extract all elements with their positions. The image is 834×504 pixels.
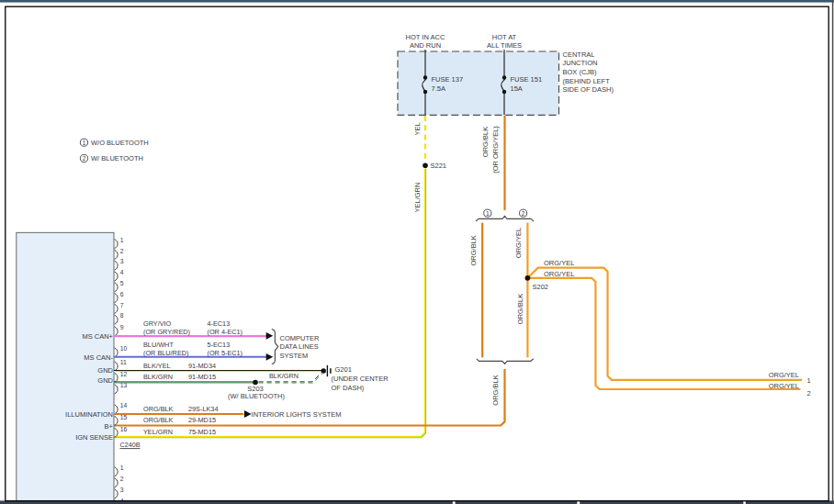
svg-text:ORG/BLK: ORG/BLK [143,405,174,413]
svg-text:W/O BLUETOOTH: W/O BLUETOOTH [91,139,149,147]
svg-text:BLK/GRN: BLK/GRN [143,373,173,381]
svg-text:GND: GND [97,366,113,375]
svg-text:S202: S202 [533,283,549,291]
svg-text:C240B: C240B [120,441,141,449]
svg-text:DATA LINES: DATA LINES [280,342,319,351]
svg-text:FUSE 151: FUSE 151 [511,75,543,84]
svg-text:ORG/BLK: ORG/BLK [516,294,524,324]
svg-text:YEL/GRN: YEL/GRN [413,183,422,213]
svg-text:YEL: YEL [413,122,422,135]
svg-text:1: 1 [120,237,124,243]
svg-text:ORG/BLK: ORG/BLK [481,127,490,157]
svg-text:COMPUTER: COMPUTER [280,334,321,342]
svg-text:SIDE OF DASH): SIDE OF DASH) [563,85,614,94]
svg-text:10: 10 [120,345,128,352]
svg-text:GND: GND [97,376,113,385]
svg-text:2: 2 [83,155,86,162]
svg-text:GRY/VIO: GRY/VIO [143,319,172,328]
svg-text:2: 2 [120,476,124,482]
svg-text:OF DASH): OF DASH) [332,384,365,392]
svg-text:91-MD15: 91-MD15 [188,373,216,381]
svg-text:BLU/WHT: BLU/WHT [143,341,174,349]
svg-text:W/ BLUETOOTH: W/ BLUETOOTH [91,154,143,162]
svg-text:(UNDER CENTER: (UNDER CENTER [332,375,389,383]
svg-text:6: 6 [120,291,124,297]
svg-text:1: 1 [486,210,490,217]
svg-text:7: 7 [120,302,124,308]
svg-text:IGN SENSE: IGN SENSE [75,433,113,442]
svg-text:ORG/BLK: ORG/BLK [469,235,478,265]
svg-text:ORG/BLK: ORG/BLK [491,375,500,405]
svg-text:14: 14 [120,402,128,409]
svg-text:ORG/BLK: ORG/BLK [143,416,174,424]
svg-text:8: 8 [120,312,124,319]
svg-text:5-EC13: 5-EC13 [208,341,231,349]
svg-text:CENTRAL: CENTRAL [563,50,595,59]
svg-text:ALL TIMES: ALL TIMES [487,41,522,50]
svg-text:7.5A: 7.5A [432,84,445,93]
svg-text:2: 2 [120,248,124,254]
svg-text:FUSE 137: FUSE 137 [432,75,464,84]
svg-text:75-MD15: 75-MD15 [188,428,216,436]
svg-text:9: 9 [120,324,124,330]
svg-text:(OR 4-EC1): (OR 4-EC1) [208,328,243,336]
svg-text:2: 2 [807,389,811,398]
svg-text:ORG/YEL: ORG/YEL [544,259,574,267]
svg-text:15A: 15A [511,84,523,93]
svg-text:YEL/GRN: YEL/GRN [143,428,173,436]
svg-text:MS CAN-: MS CAN- [84,353,113,362]
svg-text:1: 1 [120,465,124,471]
svg-text:BLK/YEL: BLK/YEL [143,362,171,370]
svg-text:91-MD34: 91-MD34 [188,362,216,370]
svg-text:BLK/GRN: BLK/GRN [269,372,299,380]
svg-text:JUNCTION: JUNCTION [563,59,598,67]
svg-text:AND RUN: AND RUN [410,41,441,50]
svg-text:3: 3 [120,487,124,493]
svg-text:HOT AT: HOT AT [492,33,517,41]
svg-text:ORG/YEL: ORG/YEL [769,382,799,390]
svg-text:INTERIOR LIGHTS SYSTEM: INTERIOR LIGHTS SYSTEM [252,410,342,419]
svg-text:4-EC13: 4-EC13 [208,319,231,328]
svg-text:(OR ORG/YEL): (OR ORG/YEL) [491,126,500,174]
svg-text:MS CAN+: MS CAN+ [82,332,113,341]
svg-text:HOT IN ACC: HOT IN ACC [406,33,445,41]
svg-text:BOX (CJB): BOX (CJB) [563,68,598,76]
svg-text:ILLUMINATION: ILLUMINATION [65,410,113,419]
svg-text:29-MD15: 29-MD15 [188,416,216,424]
svg-text:29S-LK34: 29S-LK34 [188,405,218,413]
svg-text:ORG/YEL: ORG/YEL [544,270,574,278]
svg-text:1: 1 [83,140,86,146]
svg-text:ORG/YEL: ORG/YEL [769,371,799,379]
svg-text:(OR BLU/RED): (OR BLU/RED) [143,349,188,357]
svg-text:SYSTEM: SYSTEM [280,352,309,360]
svg-text:ORG/YEL: ORG/YEL [514,228,523,258]
svg-text:11: 11 [120,359,127,365]
svg-text:S221: S221 [431,162,447,170]
svg-text:(BEHIND LEFT: (BEHIND LEFT [563,77,611,85]
svg-text:16: 16 [120,426,128,432]
svg-text:G201: G201 [335,365,352,374]
svg-text:4: 4 [120,269,124,275]
svg-text:2: 2 [522,210,525,217]
svg-text:(W/ BLUETOOTH): (W/ BLUETOOTH) [228,392,285,400]
svg-text:1: 1 [807,376,811,385]
svg-text:(OR GRY/RED): (OR GRY/RED) [143,328,190,336]
svg-text:3: 3 [120,258,124,264]
svg-text:5: 5 [120,280,124,286]
svg-text:(OR 5-EC1): (OR 5-EC1) [208,349,243,357]
svg-text:B+: B+ [105,422,114,431]
